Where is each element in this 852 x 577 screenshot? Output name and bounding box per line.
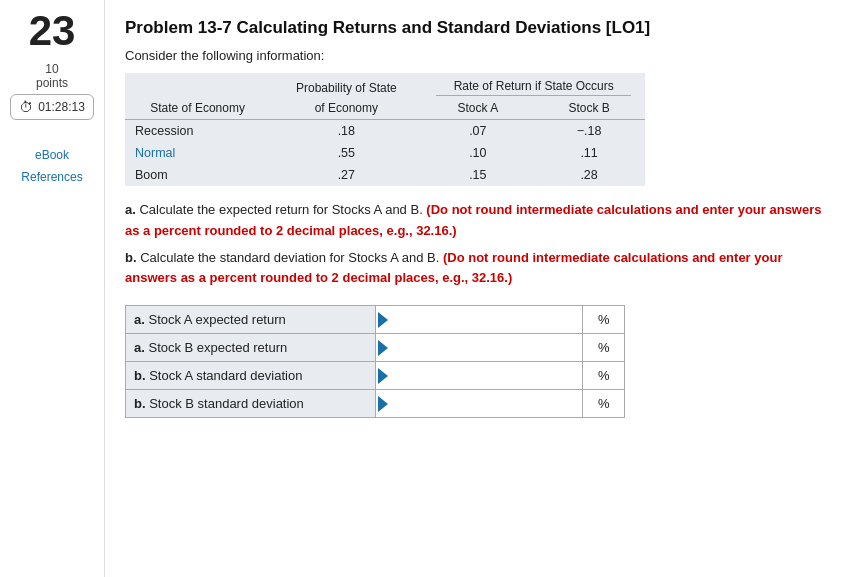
pct-label: %: [583, 390, 625, 418]
answer-input-0[interactable]: [388, 307, 583, 332]
timer-value: 01:28:13: [38, 100, 85, 114]
answer-input-cell: [375, 362, 583, 390]
answer-row: b. Stock B standard deviation %: [126, 390, 625, 418]
answer-table: a. Stock A expected return % a. Stock B …: [125, 305, 625, 418]
table-row-stockb: −.18: [533, 120, 645, 143]
stockb-header: Stock B: [533, 97, 645, 120]
answer-row: b. Stock A standard deviation %: [126, 362, 625, 390]
table-row-prob: .27: [270, 164, 422, 186]
answer-input-cell: [375, 390, 583, 418]
answer-input-cell: [375, 306, 583, 334]
main-content: Problem 13-7 Calculating Returns and Sta…: [105, 0, 852, 577]
table-row-state: Boom: [125, 164, 270, 186]
timer-box: ⏱ 01:28:13: [10, 94, 94, 120]
arrow-icon: [378, 340, 388, 356]
instruction-b-text: Calculate the standard deviation for Sto…: [140, 250, 443, 265]
timer-icon: ⏱: [19, 99, 33, 115]
sidebar-links: eBook References: [21, 148, 82, 184]
problem-title: Problem 13-7 Calculating Returns and Sta…: [125, 18, 828, 38]
stocka-header: Stock A: [422, 97, 533, 120]
problem-number: 23: [29, 10, 76, 52]
table-row-state: Normal: [125, 142, 270, 164]
answer-label: a. Stock B expected return: [126, 334, 376, 362]
table-row-prob: .55: [270, 142, 422, 164]
answer-label: a. Stock A expected return: [126, 306, 376, 334]
arrow-icon: [378, 396, 388, 412]
col2-header: Probability of State: [270, 73, 422, 97]
arrow-icon: [378, 312, 388, 328]
table-row-state: Recession: [125, 120, 270, 143]
answer-row: a. Stock B expected return %: [126, 334, 625, 362]
pct-label: %: [583, 334, 625, 362]
table-row-stocka: .07: [422, 120, 533, 143]
answer-label: b. Stock B standard deviation: [126, 390, 376, 418]
answer-input-1[interactable]: [388, 335, 583, 360]
consider-text: Consider the following information:: [125, 48, 828, 63]
sidebar: 23 10 points ⏱ 01:28:13 eBook References: [0, 0, 105, 577]
instruction-a-label: a.: [125, 202, 139, 217]
col1-header: [125, 73, 270, 97]
points-label: 10 points: [36, 62, 68, 90]
answer-row: a. Stock A expected return %: [126, 306, 625, 334]
table-row-stocka: .15: [422, 164, 533, 186]
state-header: State of Economy: [125, 97, 270, 120]
table-row-stocka: .10: [422, 142, 533, 164]
rate-header: Rate of Return if State Occurs: [422, 73, 645, 97]
answer-input-3[interactable]: [388, 391, 583, 416]
references-link[interactable]: References: [21, 170, 82, 184]
instruction-a-text: Calculate the expected return for Stocks…: [139, 202, 426, 217]
instruction-b-label: b.: [125, 250, 140, 265]
pct-label: %: [583, 362, 625, 390]
answer-input-2[interactable]: [388, 363, 583, 388]
table-row-prob: .18: [270, 120, 422, 143]
data-table: Probability of State Rate of Return if S…: [125, 73, 645, 186]
answer-input-cell: [375, 334, 583, 362]
prob-header: of Economy: [270, 97, 422, 120]
ebook-link[interactable]: eBook: [35, 148, 69, 162]
arrow-icon: [378, 368, 388, 384]
table-row-stockb: .28: [533, 164, 645, 186]
instructions: a. Calculate the expected return for Sto…: [125, 200, 825, 289]
answer-label: b. Stock A standard deviation: [126, 362, 376, 390]
table-row-stockb: .11: [533, 142, 645, 164]
pct-label: %: [583, 306, 625, 334]
